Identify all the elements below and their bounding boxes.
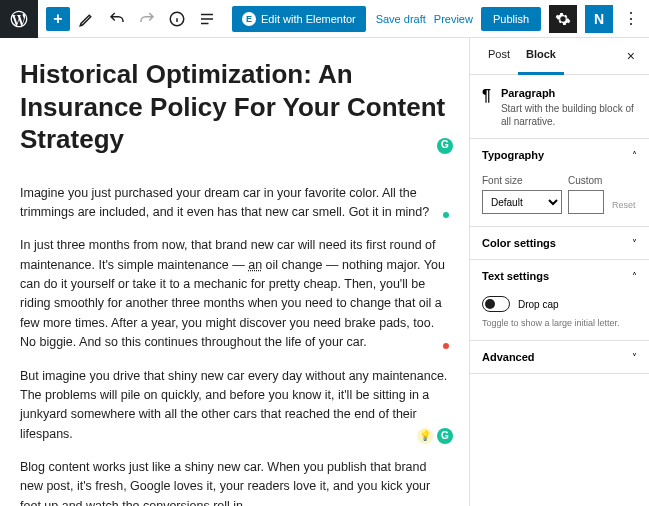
panel-title: Typography — [482, 149, 544, 161]
tab-post[interactable]: Post — [480, 38, 518, 74]
elementor-icon: E — [242, 12, 256, 26]
outline-icon[interactable] — [194, 6, 220, 32]
chevron-up-icon: ˄ — [632, 271, 637, 282]
settings-sidebar: Post Block × ¶ Paragraph Start with the … — [469, 38, 649, 506]
lightbulb-icon[interactable]: 💡 — [417, 428, 433, 444]
custom-label: Custom — [568, 175, 604, 186]
paragraph-block[interactable]: In just three months from now, that bran… — [20, 236, 451, 352]
more-options-icon[interactable]: ⋮ — [621, 5, 641, 33]
font-size-label: Font size — [482, 175, 562, 186]
paragraph-block[interactable]: Imagine you just purchased your dream ca… — [20, 184, 451, 223]
drop-cap-label: Drop cap — [518, 299, 559, 310]
chevron-down-icon: ˅ — [632, 352, 637, 363]
panel-head-typography[interactable]: Typography ˄ — [470, 139, 649, 171]
panel-title: Color settings — [482, 237, 556, 249]
grammarly-dot-icon — [443, 343, 449, 349]
reset-button[interactable]: Reset — [610, 196, 638, 214]
panel-title: Text settings — [482, 270, 549, 282]
block-type-desc: Start with the building block of all nar… — [501, 102, 637, 128]
block-type-name: Paragraph — [501, 87, 637, 99]
drop-cap-help: Toggle to show a large initial letter. — [482, 318, 637, 328]
post-title[interactable]: Historical Optimization: An Insurance Po… — [20, 58, 451, 156]
edit-icon[interactable] — [74, 6, 100, 32]
panel-typography: Typography ˄ Font size Default Custom — [470, 139, 649, 227]
panel-text-settings: Text settings ˄ Drop cap Toggle to show … — [470, 260, 649, 341]
wordpress-logo[interactable] — [0, 0, 38, 38]
top-toolbar: + E Edit with Elementor Save draft Previ… — [0, 0, 649, 38]
tab-block[interactable]: Block — [518, 38, 564, 75]
post-title-text: Historical Optimization: An Insurance Po… — [20, 59, 445, 154]
info-icon[interactable] — [164, 6, 190, 32]
grammarly-icon[interactable]: G — [437, 138, 453, 154]
panel-title: Advanced — [482, 351, 535, 363]
toolbar-right: Save draft Preview Publish N ⋮ — [376, 5, 641, 33]
redo-icon[interactable] — [134, 6, 160, 32]
suggestion-icons: 💡 G — [417, 428, 453, 444]
grammarly-dot-icon — [443, 212, 449, 218]
custom-font-input[interactable] — [568, 190, 604, 214]
main-area: Historical Optimization: An Insurance Po… — [0, 38, 649, 506]
editor-canvas[interactable]: Historical Optimization: An Insurance Po… — [0, 38, 469, 506]
panel-advanced: Advanced ˅ — [470, 341, 649, 374]
panel-head-text[interactable]: Text settings ˄ — [470, 260, 649, 292]
add-block-button[interactable]: + — [46, 7, 70, 31]
paragraph-block[interactable]: But imagine you drive that shiny new car… — [20, 367, 451, 445]
underlined-word: an — [248, 258, 262, 272]
plugin-n-button[interactable]: N — [585, 5, 613, 33]
publish-button[interactable]: Publish — [481, 7, 541, 31]
drop-cap-toggle[interactable] — [482, 296, 510, 312]
grammarly-icon[interactable]: G — [437, 428, 453, 444]
paragraph-text: Blog content works just like a shiny new… — [20, 460, 430, 506]
paragraph-icon: ¶ — [482, 87, 491, 128]
panel-color: Color settings ˅ — [470, 227, 649, 260]
paragraph-block[interactable]: Blog content works just like a shiny new… — [20, 458, 451, 506]
sidebar-tabs: Post Block × — [470, 38, 649, 75]
paragraph-text: But imagine you drive that shiny new car… — [20, 369, 447, 441]
block-type-header: ¶ Paragraph Start with the building bloc… — [470, 75, 649, 139]
settings-button[interactable] — [549, 5, 577, 33]
preview-button[interactable]: Preview — [434, 13, 473, 25]
font-size-select[interactable]: Default — [482, 190, 562, 214]
chevron-up-icon: ˄ — [632, 150, 637, 161]
chevron-down-icon: ˅ — [632, 238, 637, 249]
paragraph-text: Imagine you just purchased your dream ca… — [20, 186, 429, 219]
toolbar-left: + E Edit with Elementor — [38, 6, 366, 32]
close-sidebar-icon[interactable]: × — [623, 38, 639, 74]
panel-head-color[interactable]: Color settings ˅ — [470, 227, 649, 259]
panel-head-advanced[interactable]: Advanced ˅ — [470, 341, 649, 373]
elementor-label: Edit with Elementor — [261, 13, 356, 25]
undo-icon[interactable] — [104, 6, 130, 32]
edit-with-elementor-button[interactable]: E Edit with Elementor — [232, 6, 366, 32]
save-draft-button[interactable]: Save draft — [376, 13, 426, 25]
